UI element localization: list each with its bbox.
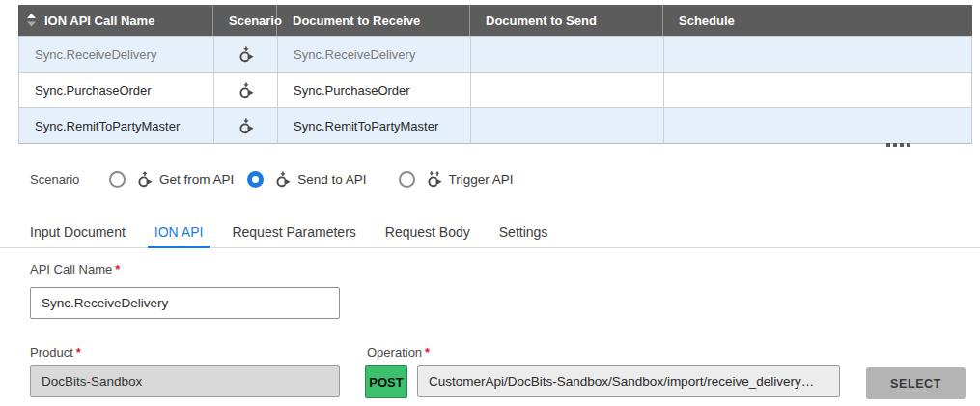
cell-api-call-name: Sync.PurchaseOrder [19,72,214,107]
cell-api-call-name: Sync.ReceiveDelivery [19,37,214,72]
required-asterisk: * [425,345,430,360]
column-header-document-to-receive[interactable]: Document to Receive [277,5,470,36]
scenario-option-label: Get from API [159,172,234,187]
scenario-option-get-from-api[interactable]: Get from API [109,171,234,188]
required-asterisk: * [115,262,120,276]
grip-dot-icon [886,143,890,147]
cell-scenario [214,37,278,72]
api-call-name-input[interactable] [30,287,340,319]
select-operation-button[interactable]: SELECT [866,367,966,399]
column-label: ION API Call Name [44,14,154,28]
grip-dot-icon [893,143,897,147]
radio-send-to-api[interactable] [247,171,264,188]
product-label: Product* [30,345,81,360]
column-label: Schedule [679,14,735,28]
required-asterisk: * [76,345,81,360]
field-label-text: API Call Name [30,262,112,276]
tab-settings[interactable]: Settings [492,218,555,248]
cell-document-to-send [471,72,664,107]
grip-dot-icon [900,143,904,147]
cell-document-to-send [471,37,664,72]
scenario-field: Scenario Get from APISend to APITrigger … [30,165,527,192]
cell-api-call-name: Sync.RemitToPartyMaster [19,108,214,143]
get-from-api-icon [136,171,153,188]
cell-schedule [664,108,971,143]
sort-icon [26,14,37,27]
http-method-badge: POST [365,365,407,398]
table-row[interactable]: Sync.RemitToPartyMasterSync.RemitToParty… [19,107,971,143]
api-call-name-label: API Call Name* [30,262,120,276]
operation-path-input[interactable] [417,365,840,397]
tab-ion-api[interactable]: ION API [148,218,210,248]
cell-schedule [664,37,971,72]
column-header-document-to-send[interactable]: Document to Send [470,5,663,36]
column-header-scenario[interactable]: Scenario [213,5,277,36]
column-label: Document to Send [486,14,597,28]
scenario-option-label: Send to API [297,172,366,187]
scenario-option-trigger-api[interactable]: Trigger API [399,171,514,188]
table-header-row: ION API Call NameScenarioDocument to Rec… [18,5,972,36]
table-row[interactable]: Sync.ReceiveDeliverySync.ReceiveDelivery [19,36,971,72]
trigger-api-icon [426,171,442,188]
tab-request-body[interactable]: Request Body [378,218,477,248]
cell-scenario [214,72,278,107]
send-to-api-icon [274,171,291,188]
cell-scenario [214,108,278,143]
cell-document-to-receive: Sync.RemitToPartyMaster [278,108,471,143]
api-calls-table: ION API Call NameScenarioDocument to Rec… [18,5,972,144]
table-row[interactable]: Sync.PurchaseOrderSync.PurchaseOrder [19,72,971,107]
send-to-api-icon [238,82,254,99]
field-label-text: Product [30,345,73,360]
scenario-option-label: Trigger API [449,172,514,187]
column-label: Document to Receive [293,14,420,28]
column-header-ion-api-call-name[interactable]: ION API Call Name [18,5,213,36]
send-to-api-icon [238,46,254,63]
tab-request-parameters[interactable]: Request Parameters [225,218,362,248]
table-resize-handle[interactable] [886,143,910,147]
tab-bar: Input DocumentION APIRequest ParametersR… [0,218,980,248]
cell-document-to-receive: Sync.PurchaseOrder [278,72,471,107]
column-label: Scenario [229,14,282,28]
product-input [30,365,340,397]
scenario-options: Get from APISend to APITrigger API [109,171,527,188]
scenario-option-send-to-api[interactable]: Send to API [247,171,366,188]
send-to-api-icon [238,118,254,134]
column-header-schedule[interactable]: Schedule [663,5,972,36]
tab-input-document[interactable]: Input Document [23,218,132,248]
cell-document-to-receive: Sync.ReceiveDelivery [278,37,471,72]
cell-document-to-send [471,108,664,143]
operation-label: Operation* [367,345,430,360]
scenario-label: Scenario [30,172,109,187]
grip-dot-icon [907,143,910,147]
field-label-text: Operation [367,345,422,360]
cell-schedule [664,72,971,107]
radio-trigger-api[interactable] [399,171,415,188]
radio-get-from-api[interactable] [109,171,126,188]
